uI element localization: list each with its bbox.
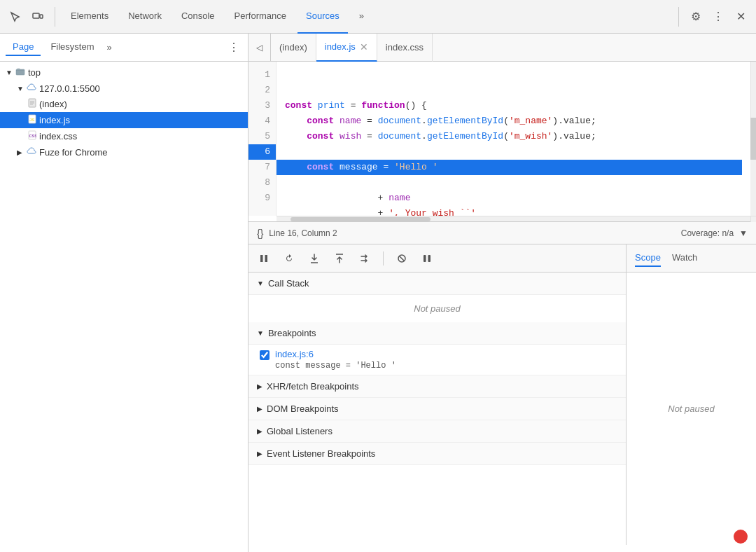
debug-panel: ▼ Call Stack Not paused ▼ Breakpoints [248,244,626,545]
call-stack-not-paused: Not paused [248,295,626,322]
breakpoints-header[interactable]: ▼ Breakpoints [248,322,626,345]
code-tab-nav-back[interactable]: ◁ [248,34,271,62]
main-container: Page Filesystem » ⋮ ▼ [0,34,756,552]
svg-rect-17 [424,255,426,262]
code-tab-indexjs[interactable]: index.js ✕ [316,34,377,62]
tab-filesystem[interactable]: Filesystem [43,39,101,56]
tree-item-indexcss[interactable]: CSS index.css [0,128,248,144]
scope-panel: Scope Watch Not paused [626,244,756,545]
tab-network[interactable]: Network [120,0,170,34]
tree-item-indexjs[interactable]: JS index.js [0,112,248,128]
file-tree: ▼ top ▼ 127.0. [0,62,248,552]
coverage-label: Coverage: n/a [681,228,734,238]
code-tabs: ◁ (index) index.js ✕ index.css [248,34,756,62]
pause-on-exceptions-button[interactable] [417,249,437,268]
step-over-button[interactable] [279,249,299,268]
call-stack-header[interactable]: ▼ Call Stack [248,272,626,295]
red-dot-indicator [734,530,748,544]
breakpoint-code-0: const message = 'Hello ' [275,361,396,371]
breakpoint-info-0: index.js:6 const message = 'Hello ' [275,349,396,371]
cursor-position: Line 16, Column 2 [269,228,337,238]
tree-arrow-top: ▼ [6,69,15,76]
tree-item-top[interactable]: ▼ top [0,64,248,81]
step-into-button[interactable] [304,249,324,268]
tree-item-index[interactable]: (index) [0,96,248,112]
toolbar-right: ⚙ ⋮ ✕ [686,7,750,27]
code-tab-indexcss[interactable]: index.css [377,34,433,62]
breakpoint-item-0: index.js:6 const message = 'Hello ' [248,345,626,375]
debug-toolbar [248,244,626,272]
tab-performance[interactable]: Performance [226,0,295,34]
svg-line-16 [400,256,405,261]
svg-rect-12 [265,255,268,262]
tab-elements[interactable]: Elements [62,0,117,34]
close-devtools-icon[interactable]: ✕ [731,7,750,27]
tab-page[interactable]: Page [6,39,41,56]
close-tab-indexjs[interactable]: ✕ [360,41,368,53]
tree-item-localhost[interactable]: ▼ 127.0.0.1:5500 [0,81,248,96]
tree-item-fuze[interactable]: ▶ Fuze for Chrome [0,144,248,160]
step-out-button[interactable] [330,249,349,268]
status-bar: {} Line 16, Column 2 Coverage: n/a ▼ [248,221,756,244]
global-listeners-header[interactable]: ▶ Global Listeners [248,420,626,443]
horizontal-scroll[interactable] [276,216,756,221]
svg-rect-18 [428,255,431,262]
dom-breakpoints-header[interactable]: ▶ DOM Breakpoints [248,398,626,420]
global-arrow: ▶ [257,427,262,435]
toolbar-divider-1 [55,7,55,27]
breakpoints-arrow: ▼ [257,329,264,337]
file-js-icon: JS [28,114,36,126]
debug-divider [383,251,384,265]
pause-button[interactable] [254,249,274,268]
code-tab-index-html[interactable]: (index) [271,34,316,62]
event-listener-breakpoints-header[interactable]: ▶ Event Listener Breakpoints [248,443,626,465]
right-panel: ◁ (index) index.js ✕ index.css 1 2 3 4 5… [248,34,756,552]
svg-rect-0 [33,13,39,18]
file-icon-index [28,98,36,110]
event-listener-breakpoints-label: Event Listener Breakpoints [267,448,375,459]
panel-tabs: Page Filesystem » ⋮ [0,34,248,62]
more-options-icon[interactable]: ⋮ [708,7,728,27]
tree-label-indexjs: index.js [39,115,70,125]
panel-menu-button[interactable]: ⋮ [225,39,242,55]
tab-sources[interactable]: Sources [298,0,348,34]
deactivate-breakpoints-button[interactable] [392,249,412,268]
pretty-print-icon[interactable]: {} [257,228,263,239]
xhr-arrow: ▶ [257,382,262,390]
line-numbers: 1 2 3 4 5 6 7 8 9 [248,62,276,216]
code-content[interactable]: const print = function() { const name = … [276,62,750,216]
tree-arrow-localhost: ▼ [17,85,27,92]
tree-label-fuze: Fuze for Chrome [39,147,108,158]
xhr-breakpoints-label: XHR/fetch Breakpoints [267,381,359,392]
dom-breakpoints-label: DOM Breakpoints [267,403,339,414]
cloud-icon-fuze [27,146,36,158]
status-left: {} Line 16, Column 2 [257,228,337,239]
settings-icon[interactable]: ⚙ [686,7,706,27]
breakpoint-file-0[interactable]: index.js:6 [275,349,396,359]
scope-content: Not paused [626,272,756,545]
tab-watch[interactable]: Watch [672,249,697,267]
global-listeners-label: Global Listeners [267,426,332,436]
tree-label-top: top [28,67,41,78]
svg-text:CSS: CSS [29,134,37,138]
h-scroll-thumb[interactable] [290,217,430,221]
coverage-dropdown-icon[interactable]: ▼ [739,228,748,238]
breakpoint-checkbox-0[interactable] [260,350,270,360]
tab-scope[interactable]: Scope [635,249,661,267]
tree-label-localhost: 127.0.0.1:5500 [39,83,100,94]
breakpoints-label: Breakpoints [268,328,316,338]
tab-console[interactable]: Console [173,0,223,34]
tab-more[interactable]: » [351,0,372,34]
call-stack-label: Call Stack [268,278,309,289]
devtools-toolbar: Elements Network Console Performance Sou… [0,0,756,34]
tab-more-left[interactable]: » [107,42,112,53]
tree-arrow-fuze: ▶ [17,149,27,156]
code-editor: 1 2 3 4 5 6 7 8 9 const print = function… [248,62,756,216]
select-tool-icon[interactable] [6,7,25,27]
cloud-icon [27,83,36,94]
step-button[interactable] [355,249,374,268]
folder-icon-top [15,67,25,78]
xhr-breakpoints-header[interactable]: ▶ XHR/fetch Breakpoints [248,375,626,398]
bottom-section: ▼ Call Stack Not paused ▼ Breakpoints [248,244,756,545]
device-toolbar-icon[interactable] [28,7,48,27]
